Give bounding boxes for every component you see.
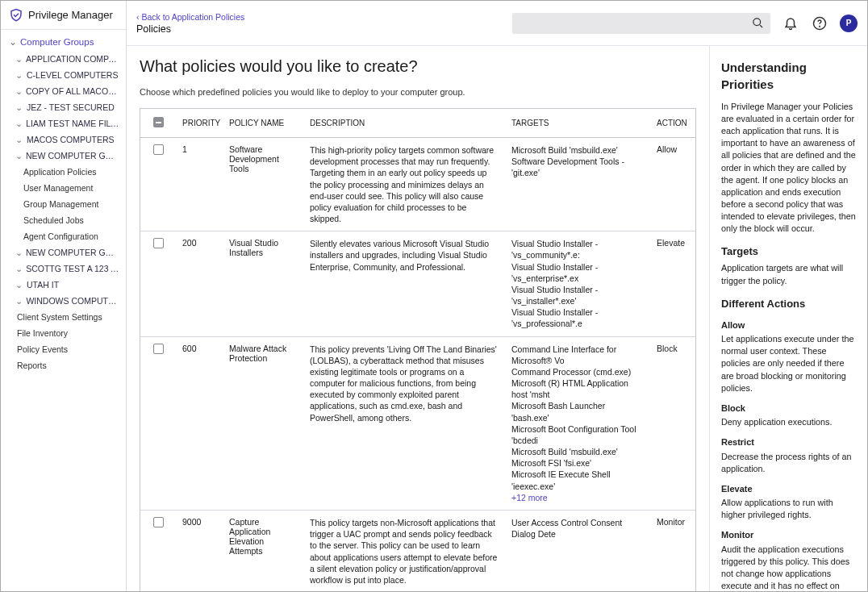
brand: Privilege Manager: [1, 1, 126, 30]
th-name[interactable]: POLICY NAME: [223, 109, 303, 138]
cell-action: Monitor: [650, 510, 695, 592]
svg-point-1: [753, 19, 761, 26]
cell-priority: 9000: [176, 510, 223, 592]
table-row: 9000Capture Application Elevation Attemp…: [140, 510, 695, 592]
cell-name: Visual Studio Installers: [223, 231, 303, 336]
breadcrumb-back[interactable]: Back to Application Policies: [136, 12, 503, 22]
help-action-heading: Block: [721, 402, 856, 415]
nav-group-2[interactable]: ⌄COPY OF ALL MACOS CATALINA…: [1, 83, 126, 99]
nav-group-5[interactable]: ⌄MACOS COMPUTERS: [1, 131, 126, 148]
brand-name: Privilege Manager: [28, 9, 113, 21]
nav-group-label: NEW COMPUTER GROUP BY NA…: [26, 151, 119, 161]
table-row: 1Software Development ToolsThis high-pri…: [140, 138, 695, 231]
notifications-icon[interactable]: [782, 15, 799, 32]
th-priority[interactable]: PRIORITY: [176, 109, 223, 138]
nav-bottom-3[interactable]: Reports: [1, 357, 126, 373]
nav-group-label: MACOS COMPUTERS: [27, 135, 115, 144]
nav-bottom-1[interactable]: File Inventory: [1, 325, 126, 341]
chevron-down-icon: ⌄: [15, 280, 23, 290]
cell-priority: 200: [176, 231, 223, 336]
nav-group-label: JEZ - TEST SECURED: [27, 102, 115, 112]
chevron-down-icon: ⌄: [15, 135, 23, 144]
nav-group-label: WINDOWS COMPUTERS: [26, 296, 119, 306]
cell-name: Software Development Tools: [223, 138, 303, 231]
user-avatar[interactable]: P: [840, 15, 858, 32]
cell-targets: Microsoft Build 'msbuild.exe'Software De…: [505, 138, 650, 231]
header: Back to Application Policies Policies P: [127, 1, 867, 46]
th-targets[interactable]: TARGETS: [505, 109, 650, 138]
nav-bottom-2[interactable]: Policy Events: [1, 341, 126, 357]
nav-group-9[interactable]: ⌄UTAH IT: [1, 277, 126, 293]
row-checkbox[interactable]: [153, 238, 164, 248]
table-row: 600Malware Attack ProtectionThis policy …: [140, 336, 695, 510]
chevron-down-icon: ⌄: [15, 70, 23, 80]
cell-priority: 600: [176, 336, 223, 510]
nav-sub-2[interactable]: Group Management: [1, 196, 126, 212]
chevron-down-icon: ⌄: [15, 102, 23, 112]
nav-group-label: SCOTTG TEST A 123 ABC: [26, 264, 119, 273]
help-targets-p: Application targets are what will trigge…: [721, 262, 856, 286]
th-description[interactable]: DESCRIPTION: [303, 109, 505, 138]
nav-sub-0[interactable]: Application Policies: [1, 164, 126, 180]
page-heading: What policies would you like to create?: [140, 57, 696, 76]
nav-bottom-0[interactable]: Client System Settings: [1, 309, 126, 325]
nav: ⌄ Computer Groups ⌄APPLICATION COMPATIBI…: [1, 30, 126, 592]
shield-check-icon: [9, 8, 23, 23]
nav-top-computer-groups[interactable]: ⌄ Computer Groups: [1, 33, 126, 51]
select-all-checkbox[interactable]: [153, 117, 164, 127]
chevron-down-icon: ⌄: [15, 54, 23, 64]
help-action-text: Decrease the process rights of an applic…: [721, 451, 856, 475]
search-input[interactable]: [512, 13, 770, 34]
cell-description: This policy prevents 'Living Off The Lan…: [303, 336, 505, 510]
nav-sub-1[interactable]: User Management: [1, 180, 126, 196]
help-actions-h: Different Actions: [721, 297, 856, 311]
nav-top-label: Computer Groups: [20, 37, 94, 47]
cell-priority: 1: [176, 138, 223, 231]
nav-group-10[interactable]: ⌄WINDOWS COMPUTERS: [1, 293, 126, 309]
row-checkbox[interactable]: [153, 517, 164, 527]
nav-group-1[interactable]: ⌄C-LEVEL COMPUTERS: [1, 67, 126, 83]
nav-group-label: APPLICATION COMPATIBILITY T…: [26, 54, 119, 64]
chevron-down-icon: ⌄: [15, 264, 23, 273]
help-action-heading: Allow: [721, 319, 856, 331]
nav-group-7[interactable]: ⌄NEW COMPUTER GROUP SCOP…: [1, 244, 126, 261]
cell-targets: User Access Control Consent Dialog Dete: [505, 510, 650, 592]
cell-name: Capture Application Elevation Attempts: [223, 510, 303, 592]
nav-group-label: LIAM TEST NAME FILTER: [26, 119, 119, 128]
row-checkbox[interactable]: [153, 344, 164, 354]
help-action-heading: Monitor: [721, 529, 856, 541]
nav-sub-3[interactable]: Scheduled Jobs: [1, 212, 126, 228]
help-action-heading: Elevate: [721, 483, 856, 495]
chevron-down-icon: ⌄: [15, 151, 23, 161]
help-panel: Understanding Priorities In Privilege Ma…: [709, 46, 867, 592]
help-icon[interactable]: [811, 15, 828, 32]
nav-group-4[interactable]: ⌄LIAM TEST NAME FILTER: [1, 115, 126, 131]
cell-action: Allow: [650, 138, 695, 231]
chevron-down-icon: ⌄: [15, 248, 23, 257]
help-targets-h: Targets: [721, 244, 856, 259]
policies-table: PRIORITY POLICY NAME DESCRIPTION TARGETS…: [140, 108, 696, 592]
cell-description: This high-priority policy targets common…: [303, 138, 505, 231]
targets-more-link[interactable]: +12 more: [511, 492, 644, 503]
nav-group-8[interactable]: ⌄SCOTTG TEST A 123 ABC: [1, 261, 126, 277]
cell-targets: Visual Studio Installer - 'vs_community*…: [505, 231, 650, 336]
cell-action: Block: [650, 336, 695, 510]
page-subtitle: Choose which predefined policies you wou…: [140, 87, 696, 97]
help-action-text: Let applications execute under the norma…: [721, 333, 856, 394]
cell-name: Malware Attack Protection: [223, 336, 303, 510]
chevron-down-icon: ⌄: [15, 86, 23, 96]
nav-group-label: NEW COMPUTER GROUP SCOP…: [26, 248, 119, 257]
help-title: Understanding Priorities: [721, 59, 856, 93]
row-checkbox[interactable]: [153, 144, 164, 155]
nav-sub-4[interactable]: Agent Configuration: [1, 228, 126, 244]
cell-description: This policy targets non-Microsoft applic…: [303, 510, 505, 592]
help-action-text: Deny application executions.: [721, 416, 856, 428]
nav-group-0[interactable]: ⌄APPLICATION COMPATIBILITY T…: [1, 51, 126, 67]
cell-action: Elevate: [650, 231, 695, 336]
th-action[interactable]: ACTION: [650, 109, 695, 138]
nav-group-6[interactable]: ⌄NEW COMPUTER GROUP BY NA…: [1, 148, 126, 164]
svg-point-3: [820, 26, 820, 27]
help-action-text: Audit the application executions trigger…: [721, 544, 856, 592]
header-title: Policies: [136, 23, 503, 35]
nav-group-3[interactable]: ⌄JEZ - TEST SECURED: [1, 99, 126, 115]
